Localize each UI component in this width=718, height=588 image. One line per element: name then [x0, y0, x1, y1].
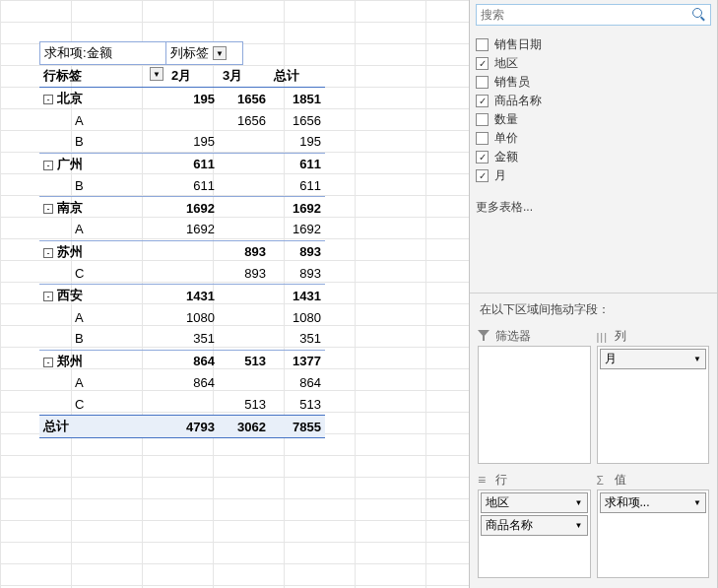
field-label: 商品名称	[494, 93, 542, 109]
grand-total-row[interactable]: 总计 4793 3062 7855	[39, 416, 325, 438]
data-row[interactable]: A16921692	[39, 219, 325, 240]
area-item[interactable]: 地区▼	[481, 492, 588, 513]
dropdown-icon[interactable]: ▼	[575, 498, 583, 507]
group-row[interactable]: -西安14311431	[39, 285, 325, 307]
collapse-icon[interactable]: -	[43, 248, 53, 258]
filter-area: 筛选器	[478, 326, 591, 464]
field-label: 月	[494, 167, 506, 184]
col-total[interactable]: 总计	[270, 65, 325, 88]
field-label: 地区	[494, 55, 518, 72]
rows-list[interactable]: 地区▼商品名称▼	[478, 490, 591, 578]
col-1[interactable]: 3月	[219, 65, 270, 88]
field-item[interactable]: 地区	[476, 54, 711, 73]
group-row[interactable]: -北京19516561851	[39, 88, 325, 110]
field-item[interactable]: 销售员	[476, 73, 711, 92]
columns-area: 列 月▼	[597, 326, 710, 464]
checkbox[interactable]	[476, 169, 489, 182]
columns-icon	[597, 330, 609, 342]
rows-area: 行 地区▼商品名称▼	[478, 470, 591, 578]
group-row[interactable]: -广州611611	[39, 153, 325, 175]
checkbox[interactable]	[476, 57, 489, 70]
data-row[interactable]: A16561656	[39, 109, 325, 131]
row-dropdown-icon[interactable]: ▼	[150, 67, 163, 81]
data-row[interactable]: C513513	[39, 394, 325, 416]
field-label: 数量	[494, 111, 518, 128]
data-row[interactable]: C893893	[39, 263, 325, 285]
area-item[interactable]: 求和项...▼	[600, 492, 707, 513]
search-input[interactable]	[481, 8, 692, 22]
field-item[interactable]: 金额	[476, 148, 711, 166]
value-field-cell[interactable]: 求和项:金额	[39, 41, 166, 65]
collapse-icon[interactable]: -	[43, 292, 53, 301]
area-item[interactable]: 月▼	[600, 349, 707, 369]
checkbox[interactable]	[476, 132, 489, 145]
row-labels-cell[interactable]: 行标签 ▼	[39, 65, 167, 88]
collapse-icon[interactable]: -	[43, 204, 53, 214]
drag-hint: 在以下区域间拖动字段：	[470, 293, 717, 326]
field-label: 金额	[494, 149, 518, 165]
column-labels-cell[interactable]: 列标签▼	[166, 41, 243, 65]
search-icon[interactable]	[692, 8, 706, 22]
more-tables-link[interactable]: 更多表格...	[470, 189, 717, 226]
spreadsheet-area[interactable]: 求和项:金额 列标签▼ 行标签 ▼ 2月 3月 总计 -北京1951656185…	[0, 0, 469, 588]
group-row[interactable]: -南京16921692	[39, 197, 325, 220]
area-item[interactable]: 商品名称▼	[481, 515, 588, 536]
field-label: 销售日期	[494, 36, 542, 53]
dropdown-icon[interactable]: ▼	[575, 521, 583, 530]
data-row[interactable]: B195195	[39, 131, 325, 153]
field-item[interactable]: 销售日期	[476, 35, 711, 54]
checkbox[interactable]	[476, 76, 489, 89]
field-item[interactable]: 商品名称	[476, 92, 711, 110]
column-header-row: 行标签 ▼ 2月 3月 总计	[39, 65, 325, 88]
pivot-body: 行标签 ▼ 2月 3月 总计 -北京19516561851A16561656B1…	[39, 65, 325, 438]
collapse-icon[interactable]: -	[43, 161, 53, 170]
data-row[interactable]: A10801080	[39, 306, 325, 328]
dropdown-icon[interactable]: ▼	[693, 355, 701, 363]
checkbox[interactable]	[476, 38, 489, 51]
collapse-icon[interactable]: -	[43, 358, 53, 367]
checkbox[interactable]	[476, 95, 489, 107]
col-0[interactable]: 2月	[167, 65, 219, 88]
field-item[interactable]: 单价	[476, 129, 711, 148]
dropdown-icon[interactable]: ▼	[693, 498, 701, 507]
column-dropdown-icon[interactable]: ▼	[213, 46, 227, 60]
data-row[interactable]: A864864	[39, 372, 325, 394]
filter-icon	[478, 330, 490, 342]
field-list-panel: 销售日期地区销售员商品名称数量单价金额月 更多表格... 在以下区域间拖动字段：…	[469, 0, 717, 588]
collapse-icon[interactable]: -	[43, 95, 53, 104]
area-grid: 筛选器 列 月▼ 行 地区▼商品名称▼ 值 求和项...▼	[470, 326, 717, 588]
search-box[interactable]	[476, 4, 711, 26]
filter-list[interactable]	[478, 346, 591, 464]
data-row[interactable]: B351351	[39, 328, 325, 350]
pivot-table: 求和项:金额 列标签▼ 行标签 ▼ 2月 3月 总计 -北京1951656185…	[39, 41, 325, 438]
field-list: 销售日期地区销售员商品名称数量单价金额月	[470, 32, 717, 189]
checkbox[interactable]	[476, 151, 489, 163]
rows-icon	[478, 474, 490, 486]
group-row[interactable]: -郑州8645131377	[39, 350, 325, 372]
values-area: 值 求和项...▼	[597, 470, 710, 578]
values-list[interactable]: 求和项...▼	[597, 490, 710, 578]
group-row[interactable]: -苏州893893	[39, 240, 325, 263]
field-item[interactable]: 月	[476, 166, 711, 185]
field-label: 销售员	[494, 74, 530, 91]
data-row[interactable]: B611611	[39, 175, 325, 197]
checkbox[interactable]	[476, 113, 489, 126]
sigma-icon	[597, 474, 609, 486]
columns-list[interactable]: 月▼	[597, 346, 710, 464]
field-label: 单价	[494, 130, 518, 147]
field-item[interactable]: 数量	[476, 110, 711, 129]
